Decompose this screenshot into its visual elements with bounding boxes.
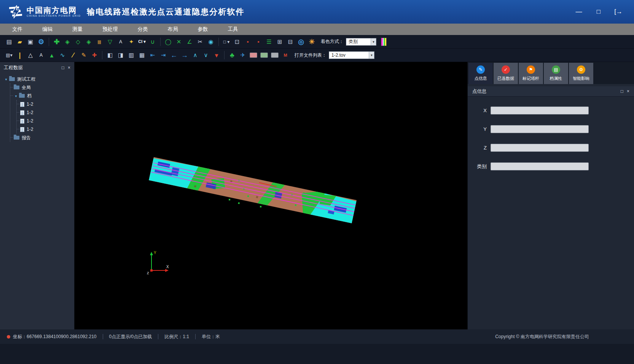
float-window-icon[interactable]: □ xyxy=(62,65,64,70)
catenary-curve-icon[interactable]: ∪ xyxy=(148,37,158,47)
category-label: 类别 xyxy=(472,163,487,170)
classify-tool-3-icon[interactable]: ◈ xyxy=(84,37,94,47)
tree-node-span[interactable]: ▾ 档 xyxy=(10,92,74,100)
airplane-icon[interactable]: ✈ xyxy=(238,50,248,60)
pane-left-icon[interactable]: ◧ xyxy=(105,50,115,60)
tree-node-label: 全局 xyxy=(22,84,31,91)
open-folder-icon[interactable]: ▰ xyxy=(15,37,25,47)
z-input[interactable] xyxy=(491,144,589,152)
maximize-button[interactable]: □ xyxy=(594,8,603,16)
tree-node-file[interactable]: 1-2 xyxy=(17,108,74,117)
pages-copy-icon[interactable]: ▥ xyxy=(126,50,136,60)
span-props-icon: ▤ xyxy=(552,65,560,74)
tab-smart-impact[interactable]: ⚙ 智能影响 xyxy=(569,63,593,84)
tab-mark-tower[interactable]: ⚑ 标记塔杆 xyxy=(519,63,543,84)
profile-bars-icon[interactable]: ||| xyxy=(94,37,104,47)
menu-params[interactable]: 参数 xyxy=(188,24,218,35)
select-cursor-icon[interactable]: ⊡ xyxy=(232,37,242,47)
menu-classify[interactable]: 分类 xyxy=(128,24,158,35)
split-view-icon[interactable]: ▤▾ xyxy=(4,50,14,60)
menu-tools[interactable]: 工具 xyxy=(218,24,248,35)
brand-block: 中国南方电网 CHINA SOUTHERN POWER GRID xyxy=(27,6,81,17)
project-data-panel: 工程数据 □ × ▾ 测试工程 全局 ▾ xyxy=(0,62,75,329)
close-icon[interactable]: × xyxy=(68,65,70,70)
expand-arrow-icon[interactable]: ▾ xyxy=(14,94,18,98)
classify-tool-1-icon[interactable]: ◈ xyxy=(62,37,72,47)
menu-edit[interactable]: 编辑 xyxy=(32,24,62,35)
save-icon[interactable]: ▣ xyxy=(25,37,35,47)
marker-bar-icon[interactable]: | xyxy=(15,50,25,60)
small-marker-2-icon[interactable]: ▪ xyxy=(253,37,263,47)
shading-mode-select[interactable]: 类别 ▾ xyxy=(346,38,376,46)
eye-visibility-icon[interactable]: ◉ xyxy=(206,37,216,47)
location-pin-icon[interactable]: ▼ xyxy=(212,50,221,60)
camera-icon[interactable]: ◎ xyxy=(296,37,306,47)
delete-points-icon[interactable]: ✕ xyxy=(174,37,184,47)
small-marker-1-icon[interactable]: ▪ xyxy=(243,37,253,47)
tree-node-file[interactable]: 1-2 xyxy=(17,125,74,134)
grid-icon[interactable]: ⊞ xyxy=(275,37,285,47)
section-split-icon[interactable]: ✚ xyxy=(89,50,99,60)
new-project-icon[interactable]: ▤ xyxy=(4,37,14,47)
pane-right-icon[interactable]: ◨ xyxy=(116,50,126,60)
category-input[interactable] xyxy=(491,162,589,170)
ortho-image-green-icon[interactable] xyxy=(260,52,268,58)
window-bottom-filler xyxy=(0,344,634,364)
tree-node-label: 1-2 xyxy=(27,102,33,107)
classify-tool-2-icon[interactable]: ◇ xyxy=(73,37,83,47)
file-list-select[interactable]: 1-2.tov ▾ xyxy=(329,51,374,59)
back-arrow-icon[interactable]: ← xyxy=(169,50,179,60)
tree-node-report[interactable]: 报告 xyxy=(10,134,74,142)
exit-button[interactable]: [→ xyxy=(614,8,623,16)
menu-file[interactable]: 文件 xyxy=(2,24,32,35)
annotate-a-icon[interactable]: A xyxy=(116,37,126,47)
tin-triangle-icon[interactable]: ▲ xyxy=(47,50,57,60)
layers-icon[interactable]: ☰ xyxy=(264,37,274,47)
key-icon[interactable]: ✦ xyxy=(126,37,136,47)
page-prev-icon[interactable]: ⇤ xyxy=(148,50,158,60)
move-tool-icon[interactable]: ✚ xyxy=(52,37,62,47)
x-input[interactable] xyxy=(491,106,589,114)
triangle-outline-icon[interactable]: △ xyxy=(25,50,35,60)
ci-dropdown-icon[interactable]: CI ▾ xyxy=(137,37,147,47)
colormap-icon[interactable] xyxy=(381,38,387,46)
select-rect-icon[interactable]: □ ▾ xyxy=(221,37,231,47)
angle-tool-icon[interactable]: ∠ xyxy=(185,37,194,47)
grid-select-icon[interactable]: ⊟ xyxy=(285,37,295,47)
triangle-a-icon[interactable]: A xyxy=(36,50,46,60)
point-cloud-viewport[interactable]: Y X Z xyxy=(75,62,467,329)
pencil-icon[interactable]: ✎ xyxy=(79,50,89,60)
cut-tool-icon[interactable]: ✂ xyxy=(195,37,205,47)
wave-profile-icon[interactable]: ∿ xyxy=(57,50,67,60)
tree-node-file[interactable]: 1-2 xyxy=(17,117,74,125)
ellipse-tool-icon[interactable]: ◯ xyxy=(163,37,173,47)
menu-preprocess[interactable]: 预处理 xyxy=(92,24,128,35)
tab-point-info[interactable]: ✎ 点信息 xyxy=(468,63,493,84)
settings-gear-icon[interactable]: ⚙ xyxy=(36,37,46,47)
tree-icon[interactable]: ♣ xyxy=(227,50,237,60)
broom-icon[interactable]: ∕ xyxy=(68,50,78,60)
menu-layout[interactable]: 布局 xyxy=(158,24,188,35)
ortho-image-gray-icon[interactable] xyxy=(271,52,279,58)
pages-duplicate-icon[interactable]: ▦ xyxy=(137,50,147,60)
float-window-icon[interactable]: □ xyxy=(621,89,623,94)
page-next-icon[interactable]: ⇥ xyxy=(158,50,168,60)
y-input[interactable] xyxy=(491,125,589,133)
ortho-image-red-icon[interactable] xyxy=(250,52,257,58)
filter-icon[interactable]: ▽ xyxy=(105,37,115,47)
tab-selected-data[interactable]: ✓ 已选数据 xyxy=(494,63,518,84)
polyline-up-icon[interactable]: ∧ xyxy=(190,50,200,60)
menu-measure[interactable]: 测量 xyxy=(62,24,92,35)
tree-node-file[interactable]: 1-2 xyxy=(17,100,74,108)
minimize-button[interactable]: — xyxy=(575,8,583,16)
marker-m-icon[interactable]: M xyxy=(280,50,290,60)
folder-icon xyxy=(9,77,15,81)
tree-node-root[interactable]: ▾ 测试工程 xyxy=(4,75,74,83)
forward-arrow-icon[interactable]: → xyxy=(180,50,190,60)
polyline-down-icon[interactable]: ∨ xyxy=(201,50,211,60)
smart-process-icon[interactable]: ☀ xyxy=(307,37,317,47)
expand-arrow-icon[interactable]: ▾ xyxy=(4,77,8,81)
tab-span-props[interactable]: ▤ 档属性 xyxy=(544,63,568,84)
tree-node-global[interactable]: 全局 xyxy=(10,83,74,92)
close-icon[interactable]: × xyxy=(627,89,629,94)
